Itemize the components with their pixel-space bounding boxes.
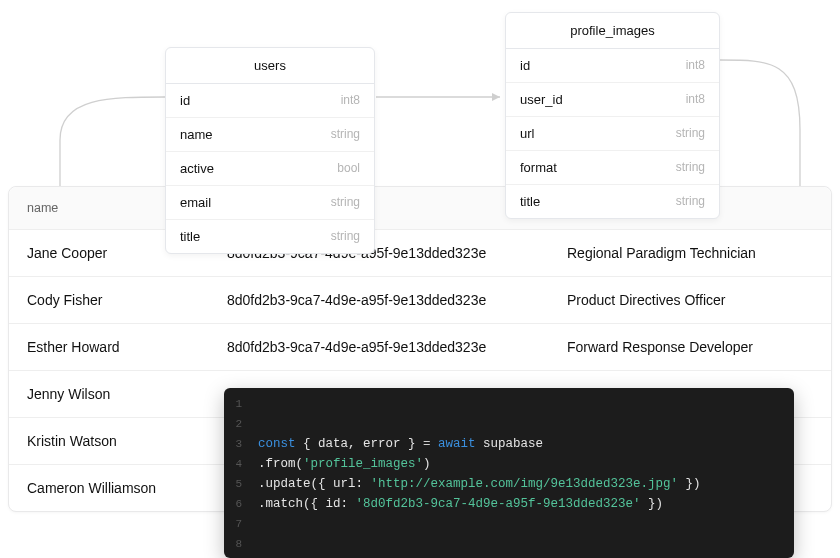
line-number: 3 [224, 434, 254, 454]
schema-row[interactable]: titlestring [166, 220, 374, 253]
field-name: id [180, 93, 190, 108]
schema-title: users [166, 48, 374, 84]
schema-row[interactable]: idint8 [166, 84, 374, 118]
field-type: string [331, 229, 360, 244]
table-row[interactable]: Cody Fisher 8d0fd2b3-9ca7-4d9e-a95f-9e13… [9, 277, 831, 324]
field-type: int8 [686, 58, 705, 73]
code-body: const { data, error } = await supabase [254, 434, 543, 454]
field-type: string [676, 160, 705, 175]
field-type: string [676, 194, 705, 209]
cell-uuid: 8d0fd2b3-9ca7-4d9e-a95f-9e13dded323e [227, 292, 567, 308]
code-line: 7 [224, 514, 794, 534]
cell-name: Kristin Watson [27, 433, 227, 449]
code-line: 5.update({ url: 'http://example.com/img/… [224, 474, 794, 494]
cell-name: Jenny Wilson [27, 386, 227, 402]
field-name: url [520, 126, 534, 141]
schema-row[interactable]: titlestring [506, 185, 719, 218]
line-number: 5 [224, 474, 254, 494]
field-name: active [180, 161, 214, 176]
schema-row[interactable]: emailstring [166, 186, 374, 220]
line-number: 1 [224, 394, 254, 414]
schema-card-profile-images[interactable]: profile_images idint8 user_idint8 urlstr… [505, 12, 720, 219]
line-number: 2 [224, 414, 254, 434]
line-number: 7 [224, 514, 254, 534]
line-number: 6 [224, 494, 254, 514]
line-number: 8 [224, 534, 254, 554]
schema-row[interactable]: idint8 [506, 49, 719, 83]
code-line: 6.match({ id: '8d0fd2b3-9ca7-4d9e-a95f-9… [224, 494, 794, 514]
field-type: string [331, 195, 360, 210]
field-type: int8 [341, 93, 360, 108]
code-panel[interactable]: 123const { data, error } = await supabas… [224, 388, 794, 558]
code-body [254, 394, 258, 414]
code-line: 2 [224, 414, 794, 434]
schema-card-users[interactable]: users idint8 namestring activebool email… [165, 47, 375, 254]
field-name: email [180, 195, 211, 210]
schema-title: profile_images [506, 13, 719, 49]
schema-row[interactable]: namestring [166, 118, 374, 152]
field-name: format [520, 160, 557, 175]
code-body [254, 534, 258, 554]
cell-name: Cody Fisher [27, 292, 227, 308]
field-type: int8 [686, 92, 705, 107]
cell-title: Product Directives Officer [567, 292, 813, 308]
cell-name: Cameron Williamson [27, 480, 227, 496]
field-name: title [180, 229, 200, 244]
field-type: bool [337, 161, 360, 176]
schema-row[interactable]: urlstring [506, 117, 719, 151]
field-type: string [676, 126, 705, 141]
cell-name: Esther Howard [27, 339, 227, 355]
code-body: .update({ url: 'http://example.com/img/9… [254, 474, 701, 494]
cell-uuid: 8d0fd2b3-9ca7-4d9e-a95f-9e13dded323e [227, 339, 567, 355]
schema-row[interactable]: formatstring [506, 151, 719, 185]
code-body: .from('profile_images') [254, 454, 431, 474]
svg-marker-0 [492, 93, 500, 101]
line-number: 4 [224, 454, 254, 474]
code-line: 3const { data, error } = await supabase [224, 434, 794, 454]
code-body [254, 414, 258, 434]
code-line: 8 [224, 534, 794, 554]
schema-row[interactable]: user_idint8 [506, 83, 719, 117]
field-name: title [520, 194, 540, 209]
schema-row[interactable]: activebool [166, 152, 374, 186]
field-name: user_id [520, 92, 563, 107]
field-type: string [331, 127, 360, 142]
table-row[interactable]: Jane Cooper 8d0fd2b3-9ca7-4d9e-a95f-9e13… [9, 230, 831, 277]
cell-title: Regional Paradigm Technician [567, 245, 813, 261]
cell-title: Forward Response Developer [567, 339, 813, 355]
code-line: 4.from('profile_images') [224, 454, 794, 474]
table-row[interactable]: Esther Howard 8d0fd2b3-9ca7-4d9e-a95f-9e… [9, 324, 831, 371]
field-name: id [520, 58, 530, 73]
code-line: 1 [224, 394, 794, 414]
code-body [254, 514, 258, 534]
field-name: name [180, 127, 213, 142]
code-body: .match({ id: '8d0fd2b3-9ca7-4d9e-a95f-9e… [254, 494, 663, 514]
